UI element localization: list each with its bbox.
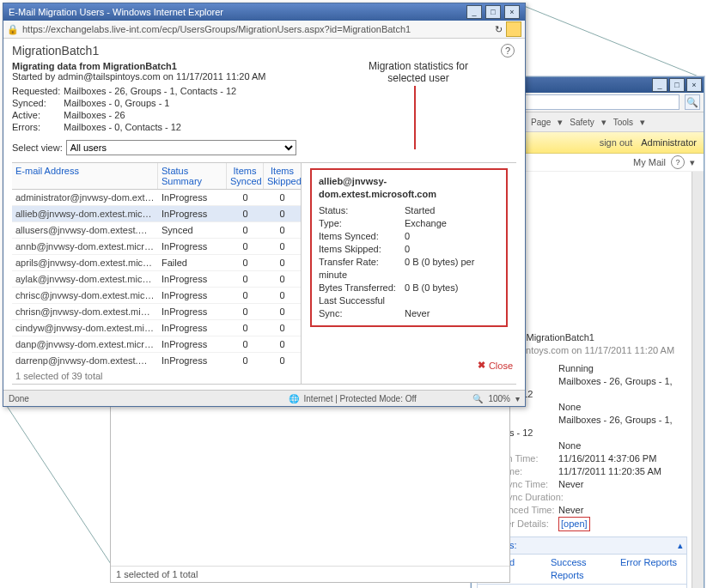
padlock-icon	[506, 21, 521, 37]
table-row[interactable]: aprils@jnvwsy-dom.extest.microsoft.comFa…	[12, 255, 301, 271]
table-row[interactable]: allusers@jnvwsy-dom.extest.microsoft.com…	[12, 222, 301, 239]
select-view-label: Select view:	[12, 142, 63, 153]
table-row[interactable]: chrisn@jnvwsy-dom.extest.microsoft.comIn…	[12, 304, 301, 320]
grid-footer: 1 selected of 39 total	[12, 368, 301, 384]
ie-statusbar: Done 🌐Internet | Protected Mode: Off 🔍10…	[3, 390, 525, 406]
dialog-help-icon[interactable]: ?	[501, 44, 515, 58]
collapse-icon[interactable]: ▴	[678, 539, 683, 552]
scrollbar[interactable]	[692, 172, 704, 588]
migration-users-dialog: E-Mail Migration Users - Windows Interne…	[3, 3, 526, 407]
address-bar: 🔒 https://exchangelabs.live-int.com/ecp/…	[3, 21, 525, 39]
url-text[interactable]: https://exchangelabs.live-int.com/ecp/Us…	[22, 24, 491, 34]
search-icon[interactable]: 🔍	[685, 94, 700, 110]
close-icon: ✖	[478, 360, 485, 371]
dialog-titlebar[interactable]: E-Mail Migration Users - Windows Interne…	[3, 3, 525, 21]
per-user-open-link[interactable]: [open]	[558, 517, 590, 531]
help-icon[interactable]: ?	[671, 155, 685, 169]
dlg-min-button[interactable]: _	[466, 5, 482, 19]
refresh-icon[interactable]: ↻	[495, 24, 503, 35]
mymail-link[interactable]: My Mail	[633, 157, 666, 167]
table-row[interactable]: aylak@jnvwsy-dom.extest.microsoft.comInP…	[12, 271, 301, 288]
col-email[interactable]: E-mail Address	[12, 163, 158, 189]
menu-tools[interactable]: Tools	[613, 118, 633, 127]
rep-success[interactable]: Success Reports	[547, 555, 617, 584]
table-row[interactable]: allieb@jnvwsy-dom.extest.microsoft.comIn…	[12, 206, 301, 222]
user-detail-box: allieb@jnvwsy-dom.extest.microsoft.com S…	[310, 168, 508, 327]
signout-link[interactable]: sign out	[600, 137, 633, 148]
zoom-icon[interactable]: 🔍	[472, 394, 483, 403]
globe-icon: 🌐	[289, 394, 299, 403]
col-summary[interactable]: Status Summary	[158, 163, 227, 189]
menu-safety[interactable]: Safety	[570, 118, 594, 127]
table-row[interactable]: darrenp@jnvwsy-dom.extest.microsoft.comI…	[12, 353, 301, 368]
minimize-button[interactable]: _	[652, 78, 667, 92]
table-row[interactable]: annb@jnvwsy-dom.extest.microsoft.comInPr…	[12, 239, 301, 255]
summary-stats: Requested:Mailboxes - 26, Groups - 1, Co…	[12, 85, 516, 133]
dialog-title: E-Mail Migration Users - Windows Interne…	[9, 7, 223, 17]
close-link[interactable]: ✖Close	[478, 360, 513, 371]
callout-line	[414, 86, 416, 149]
dlg-max-button[interactable]: □	[485, 5, 501, 19]
svg-line-2	[5, 403, 113, 567]
callout-label: Migration statistics for selected user	[363, 60, 474, 84]
col-synced[interactable]: Items Synced	[227, 163, 264, 189]
reports-empty: There are no items to show in this view.	[478, 585, 686, 588]
detail-title: allieb@jnvwsy-dom.extest.microsoft.com	[319, 175, 499, 201]
col-skipped[interactable]: Items Skipped	[264, 163, 301, 189]
status-done: Done	[3, 394, 232, 403]
table-row[interactable]: danp@jnvwsy-dom.extest.microsoft.comInPr…	[12, 336, 301, 353]
zoomed-fragment: 1 selected of 1 total	[110, 404, 510, 583]
page-title: MigrationBatch1	[12, 44, 516, 58]
status-zoom: 100%	[488, 394, 510, 403]
maximize-button[interactable]: □	[669, 78, 685, 92]
select-view-dropdown[interactable]: All users	[66, 140, 296, 155]
table-row[interactable]: cindyw@jnvwsy-dom.extest.microsoft.comIn…	[12, 320, 301, 336]
svg-line-0	[524, 6, 703, 78]
dlg-close-button[interactable]: ×	[504, 5, 520, 19]
table-row[interactable]: administrator@jnvwsy-dom.extest.microsof…	[12, 190, 301, 206]
rep-error[interactable]: Error Reports	[617, 555, 686, 584]
menu-page[interactable]: Page	[531, 118, 551, 127]
table-row[interactable]: chrisc@jnvwsy-dom.extest.microsoft.comIn…	[12, 288, 301, 304]
users-grid: E-mail Address Status Summary Items Sync…	[12, 163, 302, 384]
fragment-selection: 1 selected of 1 total	[111, 566, 509, 582]
close-window-button[interactable]: ×	[686, 78, 702, 92]
user-label: Administrator	[641, 137, 697, 148]
lock-icon: 🔒	[7, 24, 19, 35]
status-zone: Internet | Protected Mode: Off	[304, 394, 417, 403]
